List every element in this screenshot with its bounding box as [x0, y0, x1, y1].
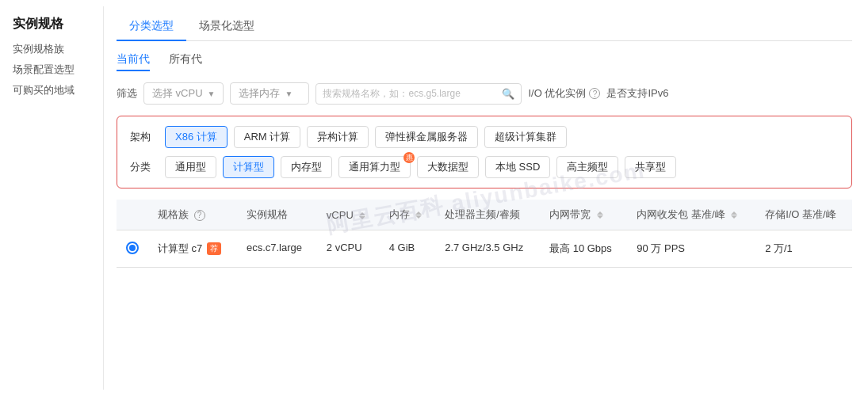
memory-dropdown-arrow: ▼ — [285, 89, 293, 98]
tab-classify[interactable]: 分类选型 — [117, 13, 186, 41]
family-recommend-badge: 荐 — [207, 242, 221, 255]
th-pps: 内网收发包 基准/峰 — [627, 200, 755, 230]
gen-tabs: 当前代 所有代 — [117, 52, 852, 71]
category-label: 分类 — [130, 160, 155, 174]
sidebar-item-region[interactable]: 可购买的地域 — [13, 83, 90, 97]
row-storage-cell: 2 万/1 — [755, 230, 852, 268]
cat-tag-bigdata[interactable]: 大数据型 — [417, 156, 479, 178]
table-row: 计算型 c7 荐 ecs.c7.large 2 vCPU 4 GiB 2.7 G… — [117, 230, 852, 268]
th-freq: 处理器主频/睿频 — [435, 200, 540, 230]
cat-tag-localssd[interactable]: 本地 SSD — [485, 156, 550, 178]
arch-label: 架构 — [130, 130, 155, 144]
cat-tag-compute[interactable]: 计算型 — [223, 156, 274, 178]
th-spec: 实例规格 — [237, 200, 317, 230]
arch-tag-arm[interactable]: ARM 计算 — [234, 126, 301, 148]
row-spec-cell: ecs.c7.large — [237, 230, 317, 268]
main-content: 分类选型 场景化选型 当前代 所有代 筛选 选择 vCPU ▼ 选择内存 ▼ 搜… — [104, 0, 868, 396]
category-tag-list: 通用型 计算型 内存型 通用算力型 惠 大数据型 — [165, 156, 676, 178]
row-select-cell[interactable] — [117, 230, 148, 268]
pps-sort-icon[interactable] — [731, 211, 737, 219]
row-memory-cell: 4 GiB — [380, 230, 435, 268]
recommend-badge: 惠 — [403, 152, 415, 163]
filter-label: 筛选 — [117, 86, 137, 101]
sidebar-item-scene[interactable]: 场景配置选型 — [13, 63, 90, 77]
vcpu-dropdown-arrow: ▼ — [208, 89, 216, 98]
tab-scene[interactable]: 场景化选型 — [186, 13, 267, 41]
tab-all-gen[interactable]: 所有代 — [169, 52, 202, 71]
cat-tag-memory[interactable]: 内存型 — [281, 156, 332, 178]
cat-tag-general-compute[interactable]: 通用算力型 惠 — [338, 156, 411, 178]
sidebar-item-family[interactable]: 实例规格族 — [13, 42, 90, 56]
vcpu-select-text: 选择 vCPU — [152, 86, 203, 101]
arch-tag-list: X86 计算 ARM 计算 异构计算 弹性裸金属服务器 超级计算集群 — [165, 126, 567, 148]
th-vcpu: vCPU — [317, 200, 380, 230]
sidebar: 实例规格 实例规格族 场景配置选型 可购买的地域 — [0, 0, 103, 396]
cat-tag-highfreq[interactable]: 高主频型 — [556, 156, 618, 178]
arch-tag-x86[interactable]: X86 计算 — [165, 126, 228, 148]
arch-panel: 架构 X86 计算 ARM 计算 异构计算 弹性裸金属服务器 超 — [117, 116, 852, 188]
arch-row: 架构 X86 计算 ARM 计算 异构计算 弹性裸金属服务器 超 — [130, 126, 839, 148]
row-family-cell: 计算型 c7 荐 — [148, 230, 237, 268]
search-placeholder-text: 搜索规格名称，如：ecs.g5.large — [323, 87, 497, 101]
vcpu-select[interactable]: 选择 vCPU ▼ — [143, 82, 224, 105]
th-bandwidth: 内网带宽 — [540, 200, 627, 230]
row-radio-btn[interactable] — [126, 242, 139, 254]
bandwidth-sort-icon[interactable] — [597, 211, 603, 219]
ipv6-filter: 是否支持IPv6 — [606, 86, 668, 101]
io-help-icon[interactable]: ? — [589, 88, 600, 99]
memory-select[interactable]: 选择内存 ▼ — [230, 82, 309, 105]
row-freq-cell: 2.7 GHz/3.5 GHz — [435, 230, 540, 268]
cat-tag-shared[interactable]: 共享型 — [625, 156, 676, 178]
family-help-icon[interactable]: ? — [194, 210, 205, 221]
family-with-badge: 计算型 c7 荐 — [158, 242, 228, 256]
arch-tag-baremetal[interactable]: 弹性裸金属服务器 — [375, 126, 478, 148]
th-select — [117, 200, 148, 230]
arch-tag-supercluster[interactable]: 超级计算集群 — [484, 126, 567, 148]
io-label: I/O 优化实例 — [528, 86, 586, 101]
th-family: 规格族 ? — [148, 200, 237, 230]
top-tabs: 分类选型 场景化选型 — [117, 13, 852, 41]
memory-select-text: 选择内存 — [239, 86, 280, 101]
filter-row: 筛选 选择 vCPU ▼ 选择内存 ▼ 搜索规格名称，如：ecs.g5.larg… — [117, 82, 852, 105]
table-header-row: 规格族 ? 实例规格 vCPU 内存 — [117, 200, 852, 230]
memory-sort-icon[interactable] — [415, 211, 422, 219]
row-bandwidth-cell: 最高 10 Gbps — [540, 230, 627, 268]
cat-tag-general[interactable]: 通用型 — [165, 156, 216, 178]
th-memory: 内存 — [380, 200, 435, 230]
spec-table: 规格族 ? 实例规格 vCPU 内存 — [117, 200, 852, 268]
spec-table-wrap: 规格族 ? 实例规格 vCPU 内存 — [117, 200, 852, 396]
search-icon[interactable]: 🔍 — [502, 88, 514, 100]
th-storage: 存储I/O 基准/峰 — [755, 200, 852, 230]
vcpu-sort-icon[interactable] — [359, 212, 365, 219]
spec-search[interactable]: 搜索规格名称，如：ecs.g5.large 🔍 — [315, 83, 522, 105]
arch-tag-hetero[interactable]: 异构计算 — [307, 126, 369, 148]
row-vcpu-cell: 2 vCPU — [317, 230, 380, 268]
category-row: 分类 通用型 计算型 内存型 通用算力型 惠 — [130, 156, 839, 178]
sidebar-title: 实例规格 — [13, 16, 90, 32]
row-pps-cell: 90 万 PPS — [627, 230, 755, 268]
tab-current-gen[interactable]: 当前代 — [117, 52, 150, 71]
io-optimize-filter: I/O 优化实例 ? — [528, 86, 600, 101]
